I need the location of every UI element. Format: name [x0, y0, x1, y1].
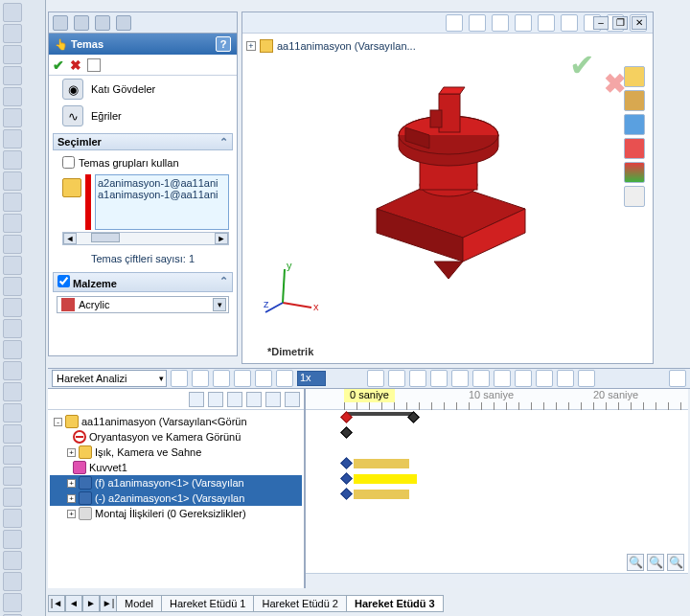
timeline-track[interactable] — [306, 456, 688, 471]
configuration-tab-icon[interactable] — [95, 15, 110, 31]
graphics-viewport[interactable]: – ❐ ✕ + aa11animasyon (Varsayılan... ✔ ✖ — [242, 11, 654, 364]
results-icon[interactable] — [494, 370, 511, 387]
filter-icon[interactable] — [227, 392, 242, 407]
material-dropdown[interactable]: Acrylic ▾ — [57, 296, 229, 313]
tool-button[interactable] — [3, 319, 22, 338]
contact-icon[interactable] — [430, 370, 448, 387]
tool-button[interactable] — [3, 340, 22, 359]
close-icon[interactable]: ✕ — [632, 16, 647, 30]
pan-icon[interactable] — [515, 14, 532, 32]
force-icon[interactable] — [409, 370, 426, 387]
playback-speed-input[interactable]: 1x — [297, 371, 326, 386]
timeline-ruler[interactable]: 0 saniye 10 saniye 20 saniye — [306, 389, 688, 410]
tool-button[interactable] — [3, 150, 22, 170]
simulation-icon[interactable] — [578, 370, 595, 387]
filter-icon[interactable] — [265, 392, 281, 407]
keyframe-icon[interactable] — [340, 488, 353, 500]
playback-mode-icon[interactable] — [255, 370, 272, 387]
motor-icon[interactable] — [367, 370, 384, 387]
tool-button[interactable] — [3, 108, 22, 127]
tool-button[interactable] — [3, 551, 22, 570]
plot-icon[interactable] — [515, 370, 532, 387]
filter-icon[interactable] — [285, 392, 300, 407]
tool-button[interactable] — [3, 129, 22, 148]
spring-icon[interactable] — [388, 370, 405, 387]
property-manager-tab-icon[interactable] — [74, 15, 89, 31]
calculate-icon[interactable] — [171, 370, 188, 387]
timeline-tracks[interactable] — [306, 410, 688, 563]
help-button[interactable]: ? — [216, 36, 231, 52]
timeline-track[interactable] — [306, 502, 688, 517]
tool-button[interactable] — [3, 3, 22, 22]
material-section-header[interactable]: Malzeme ⌃ — [53, 272, 233, 292]
tool-button[interactable] — [3, 298, 22, 317]
tool-button[interactable] — [3, 509, 22, 528]
selection-hscrollbar[interactable]: ◄ ► — [62, 232, 229, 245]
display-tab-icon[interactable] — [116, 15, 131, 31]
zoom-fit-icon[interactable]: 🔍 — [647, 554, 664, 571]
settings-icon[interactable] — [536, 370, 553, 387]
feature-tree-tab-icon[interactable] — [53, 15, 68, 31]
mass-icon[interactable] — [557, 370, 574, 387]
play-start-icon[interactable] — [192, 370, 209, 387]
tab-prev-icon[interactable]: ◄ — [65, 595, 82, 612]
tool-button[interactable] — [3, 572, 22, 591]
tool-button[interactable] — [3, 424, 22, 444]
section-icon[interactable] — [538, 14, 555, 32]
tab-first-icon[interactable]: |◄ — [48, 595, 65, 612]
file-explorer-tab-icon[interactable] — [624, 114, 645, 135]
use-groups-checkbox[interactable] — [62, 156, 75, 169]
timeline-hscrollbar[interactable] — [306, 573, 688, 588]
save-anim-icon[interactable] — [276, 370, 293, 387]
tool-button[interactable] — [3, 382, 22, 401]
appearances-tab-icon[interactable] — [624, 162, 645, 183]
restore-icon[interactable]: ❐ — [612, 16, 628, 30]
type-curves-row[interactable]: ∿ Eğriler — [49, 103, 237, 129]
timeline-track[interactable] — [306, 425, 688, 441]
timeline-track[interactable] — [306, 441, 688, 456]
tool-button[interactable] — [3, 171, 22, 191]
collapse-icon[interactable] — [669, 370, 686, 387]
tab-model[interactable]: Model — [116, 595, 162, 612]
change-bar[interactable] — [354, 490, 409, 499]
tool-button[interactable] — [3, 488, 22, 507]
change-bar[interactable] — [354, 459, 409, 468]
selection-item[interactable]: a1animasyon-1@aa11ani — [98, 189, 226, 200]
view-orient-icon[interactable] — [561, 14, 578, 32]
filter-icon[interactable] — [208, 392, 223, 407]
zoom-out-icon[interactable]: 🔍 — [627, 554, 644, 571]
keyframe-icon[interactable] — [340, 426, 353, 439]
tab-study2[interactable]: Hareket Etüdü 2 — [253, 595, 347, 612]
tab-study3[interactable]: Hareket Etüdü 3 — [346, 595, 444, 612]
type-solid-bodies-row[interactable]: ◉ Katı Gövdeler — [49, 76, 237, 103]
tree-row-part2[interactable]: + (-) a2animasyon<1> (Varsayılan — [50, 491, 302, 506]
selections-section-header[interactable]: Seçimler ⌃ — [53, 133, 233, 150]
expand-icon[interactable]: + — [67, 510, 76, 518]
scroll-left-icon[interactable]: ◄ — [63, 233, 77, 244]
tool-button[interactable] — [3, 256, 22, 275]
resources-tab-icon[interactable] — [624, 66, 645, 87]
damper-icon[interactable] — [472, 370, 490, 387]
tree-row-mates[interactable]: + Montaj İlişkileri (0 Gereksizlikler) — [50, 506, 302, 521]
tool-button[interactable] — [3, 193, 22, 212]
timeline-track[interactable] — [306, 471, 688, 487]
minimize-icon[interactable]: – — [593, 16, 609, 30]
selection-item[interactable]: a2animasyon-1@aa11ani — [98, 177, 226, 189]
timeline-track[interactable] — [306, 410, 688, 425]
tool-button[interactable] — [3, 214, 22, 233]
zoom-in-icon[interactable]: 🔍 — [667, 554, 684, 571]
cancel-icon[interactable]: ✖ — [70, 57, 81, 73]
material-checkbox[interactable] — [58, 275, 70, 287]
zoom-fit-icon[interactable] — [446, 14, 463, 32]
tool-button[interactable] — [3, 66, 22, 85]
tool-button[interactable] — [3, 24, 22, 43]
play-icon[interactable] — [213, 370, 230, 387]
expand-icon[interactable]: + — [67, 494, 76, 503]
collapse-icon[interactable]: - — [54, 418, 62, 426]
expand-icon[interactable]: + — [67, 448, 76, 457]
expand-icon[interactable]: + — [246, 41, 256, 51]
tool-button[interactable] — [3, 277, 22, 296]
ok-icon[interactable]: ✔ — [53, 57, 64, 73]
flyout-tree[interactable]: + aa11animasyon (Varsayılan... — [246, 39, 416, 53]
study-type-dropdown[interactable]: Hareket Analizi ▾ — [52, 370, 167, 387]
